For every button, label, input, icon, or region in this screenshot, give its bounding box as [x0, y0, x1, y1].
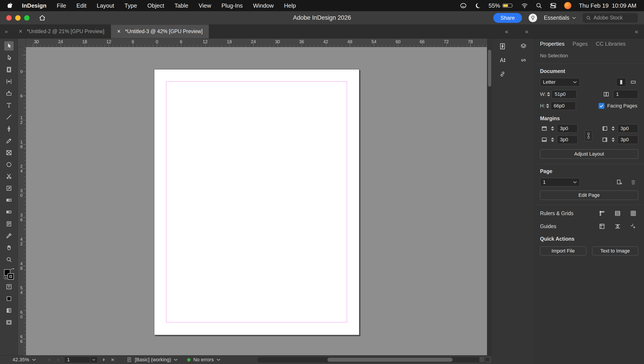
vertical-scrollbar[interactable]: [487, 47, 492, 355]
control-center-icon[interactable]: [550, 2, 556, 9]
vertical-ruler[interactable]: 061 21 82 43 03 64 24 85 46 06 6: [18, 47, 26, 355]
gap-tool[interactable]: [4, 77, 14, 86]
vertical-scrollbar-thumb[interactable]: [488, 50, 491, 87]
show-guides-button[interactable]: [597, 222, 607, 231]
margin-bottom-stepper[interactable]: [551, 137, 554, 142]
default-fill-stroke-icon[interactable]: [3, 276, 6, 279]
eyedropper-tool[interactable]: [4, 231, 14, 240]
import-file-button[interactable]: Import File: [540, 247, 586, 255]
lock-guides-button[interactable]: [613, 222, 622, 231]
tab-pages[interactable]: Pages: [572, 41, 588, 47]
preflight-menu-icon[interactable]: [126, 357, 132, 363]
app-menu-title[interactable]: InDesign: [22, 2, 46, 9]
apple-menu-icon[interactable]: [8, 2, 14, 9]
selection-tool[interactable]: [4, 41, 14, 51]
adobe-stock-search[interactable]: [583, 13, 638, 23]
dock-collapse-icon[interactable]: «: [525, 25, 528, 39]
direct-selection-tool[interactable]: [4, 53, 14, 62]
battery-indicator[interactable]: 55%: [488, 2, 514, 9]
arrange-windows-icon[interactable]: [480, 357, 490, 362]
menu-type[interactable]: Type: [124, 2, 137, 9]
hand-tool[interactable]: [4, 243, 14, 252]
delete-page-button[interactable]: [628, 178, 638, 187]
link-panel-icon[interactable]: [518, 56, 528, 65]
tab-properties[interactable]: Properties: [540, 41, 564, 47]
margin-outside-field[interactable]: 3p0: [618, 135, 638, 144]
home-icon[interactable]: [38, 14, 46, 22]
window-minimize-button[interactable]: [15, 15, 20, 21]
horizontal-scrollbar-thumb[interactable]: [327, 358, 452, 362]
menu-table[interactable]: Table: [174, 2, 188, 9]
last-page-button[interactable]: [110, 357, 116, 362]
next-page-button[interactable]: [101, 357, 107, 362]
height-field[interactable]: 66p0: [551, 102, 576, 110]
apply-color-button[interactable]: [4, 294, 14, 303]
adjust-layout-button[interactable]: Adjust Layout: [540, 149, 638, 159]
wifi-icon[interactable]: [521, 2, 528, 9]
width-stepper[interactable]: [547, 92, 550, 96]
focus-moon-icon[interactable]: [474, 2, 481, 9]
adobe-stock-input[interactable]: [594, 15, 634, 21]
swap-fill-stroke-icon[interactable]: [10, 268, 14, 271]
chevron-down-icon[interactable]: [90, 356, 98, 363]
free-transform-tool[interactable]: [4, 184, 14, 193]
share-button[interactable]: Share: [493, 13, 522, 23]
chevron-down-icon[interactable]: [216, 358, 220, 361]
tab-overflow-chevron-icon[interactable]: »: [0, 25, 12, 38]
note-tool[interactable]: [4, 219, 14, 229]
menu-file[interactable]: File: [57, 2, 66, 9]
tab-close-icon[interactable]: ×: [117, 29, 121, 35]
rectangle-frame-tool[interactable]: [4, 148, 14, 157]
apply-gradient-button[interactable]: [4, 306, 14, 315]
margin-outside-stepper[interactable]: [612, 137, 615, 142]
layers-panel-icon[interactable]: [518, 42, 528, 51]
spotlight-search-icon[interactable]: [536, 2, 542, 9]
menu-window[interactable]: Window: [253, 2, 274, 9]
first-page-button[interactable]: [46, 357, 52, 362]
zoom-tool[interactable]: [4, 255, 14, 264]
page-number-select[interactable]: 1: [540, 178, 580, 187]
discover-lightbulb-icon[interactable]: [528, 14, 537, 22]
scissors-tool[interactable]: [4, 172, 14, 181]
screen-mode-button[interactable]: [4, 318, 14, 327]
ruler-origin-corner[interactable]: [18, 39, 26, 47]
previous-page-button[interactable]: [55, 357, 60, 362]
document-grid-button[interactable]: [628, 209, 638, 218]
user-avatar[interactable]: [564, 2, 571, 9]
document-tab-untitled3[interactable]: × *Untitled-3 @ 42% [GPU Preview]: [111, 25, 209, 38]
creative-cloud-icon[interactable]: [460, 2, 467, 9]
content-collector-tool[interactable]: [4, 89, 14, 98]
window-close-button[interactable]: [6, 15, 12, 21]
menu-object[interactable]: Object: [147, 2, 164, 9]
workspace-switcher[interactable]: Essentials: [544, 15, 576, 21]
width-field[interactable]: 51p0: [552, 90, 577, 98]
line-tool[interactable]: [4, 112, 14, 122]
preflight-profile-label[interactable]: [Basic] (working): [135, 357, 171, 363]
current-page-select[interactable]: 1: [64, 356, 98, 363]
height-stepper[interactable]: [546, 104, 549, 108]
link-margins-icon[interactable]: [585, 130, 592, 141]
panel-collapse-icon[interactable]: «: [635, 25, 638, 39]
menu-help[interactable]: Help: [284, 2, 296, 9]
menu-edit[interactable]: Edit: [76, 2, 86, 9]
pen-tool[interactable]: [4, 124, 14, 134]
horizontal-scrollbar[interactable]: [257, 357, 487, 362]
orientation-portrait-button[interactable]: [616, 78, 626, 86]
ellipse-tool[interactable]: [4, 160, 14, 169]
stroke-swatch[interactable]: [8, 273, 14, 280]
menu-layout[interactable]: Layout: [97, 2, 114, 9]
edit-page-button[interactable]: Edit Page: [540, 191, 638, 200]
chevron-down-icon[interactable]: [174, 358, 178, 361]
menu-bar-clock[interactable]: Thu Feb 19 10:09 AM: [579, 2, 636, 9]
links-panel-icon[interactable]: [497, 69, 508, 79]
num-pages-field[interactable]: 1: [613, 90, 638, 98]
menu-view[interactable]: View: [198, 2, 211, 9]
margin-inside-stepper[interactable]: [612, 126, 615, 131]
margin-bottom-field[interactable]: 3p0: [557, 135, 578, 144]
tab-cc-libraries[interactable]: CC Libraries: [596, 41, 626, 47]
formatting-affects-text-button[interactable]: [4, 282, 14, 291]
gradient-swatch-tool[interactable]: [4, 196, 14, 205]
tab-close-icon[interactable]: ×: [19, 29, 22, 35]
facing-pages-checkbox[interactable]: [598, 103, 604, 109]
margin-inside-field[interactable]: 3p0: [618, 124, 638, 133]
